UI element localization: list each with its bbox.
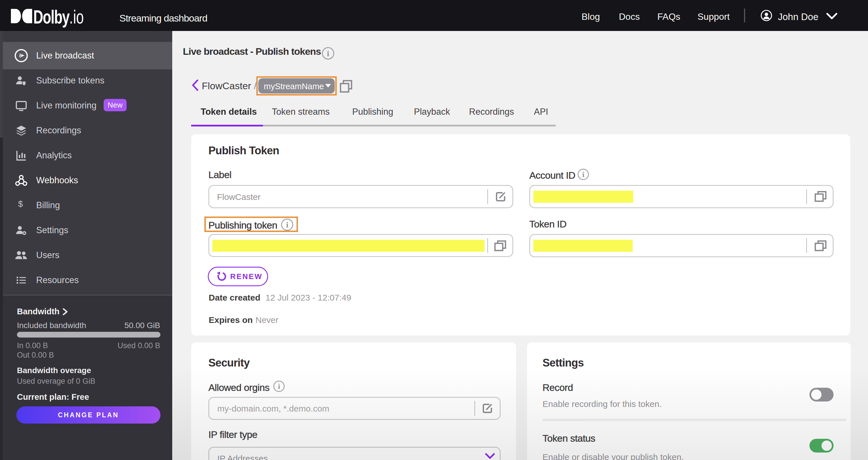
svg-text:i: i xyxy=(327,49,329,58)
svg-text:i: i xyxy=(582,170,584,179)
svg-text:i: i xyxy=(286,221,288,229)
